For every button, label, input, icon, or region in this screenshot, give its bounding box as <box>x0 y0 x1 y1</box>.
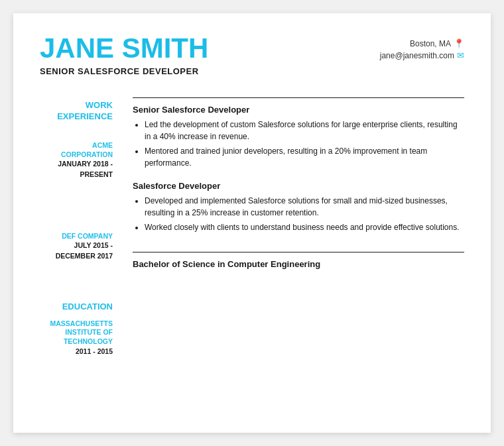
job-1-block: Senior Salesforce Developer Led the deve… <box>133 105 464 169</box>
job-1-bullet-1: Led the development of custom Salesforce… <box>145 119 464 142</box>
email-text: jane@janesmith.com <box>380 51 454 60</box>
job-1-bullets: Led the development of custom Salesforce… <box>133 119 464 169</box>
job-1-title: Senior Salesforce Developer <box>133 105 464 115</box>
job-2-bullet-1: Developed and implemented Salesforce sol… <box>145 195 464 219</box>
job-2-bullets: Developed and implemented Salesforce sol… <box>133 195 464 233</box>
main-content: WORK EXPERIENCE ACME CORPORATION JANUARY… <box>40 85 464 406</box>
right-column: Senior Salesforce Developer Led the deve… <box>119 85 464 406</box>
email-line: jane@janesmith.com ✉ <box>380 50 464 60</box>
company-1-name: ACME CORPORATION <box>40 141 113 159</box>
edu-date: 2011 - 2015 <box>40 347 113 357</box>
work-divider <box>133 97 464 98</box>
job-2-bullet-2: Worked closely with clients to understan… <box>145 221 464 233</box>
edu-degree: Bachelor of Science in Computer Engineer… <box>133 259 464 269</box>
job-2-block: Salesforce Developer Developed and imple… <box>133 181 464 233</box>
company-1-date: JANUARY 2018 -PRESENT <box>40 159 113 180</box>
education-divider <box>133 252 464 252</box>
work-experience-label: WORK EXPERIENCE <box>40 100 113 123</box>
candidate-name: JANE SMITH <box>40 33 208 64</box>
job-2-title: Salesforce Developer <box>133 181 464 191</box>
education-label: EDUCATION <box>40 302 113 313</box>
location-icon: 📍 <box>454 38 464 48</box>
candidate-title: SENIOR SALESFORCE DEVELOPER <box>40 66 208 76</box>
header-left: JANE SMITH SENIOR SALESFORCE DEVELOPER <box>40 33 208 76</box>
header-section: JANE SMITH SENIOR SALESFORCE DEVELOPER B… <box>40 33 464 76</box>
email-icon: ✉ <box>457 50 464 60</box>
company-2-name: DEF COMPANY <box>40 232 113 241</box>
location-text: Boston, MA <box>410 39 451 48</box>
header-right: Boston, MA 📍 jane@janesmith.com ✉ <box>380 33 464 62</box>
location-line: Boston, MA 📍 <box>380 38 464 48</box>
company-2-date: JULY 2015 -DECEMBER 2017 <box>40 241 113 262</box>
job-1-bullet-2: Mentored and trained junior developers, … <box>145 145 464 169</box>
resume: JANE SMITH SENIOR SALESFORCE DEVELOPER B… <box>13 13 491 433</box>
left-column: WORK EXPERIENCE ACME CORPORATION JANUARY… <box>40 85 119 406</box>
school-name: MASSACHUSETTS INSTITUTE OF TECHNOLOGY <box>40 319 113 347</box>
education-block: Bachelor of Science in Computer Engineer… <box>133 259 464 269</box>
